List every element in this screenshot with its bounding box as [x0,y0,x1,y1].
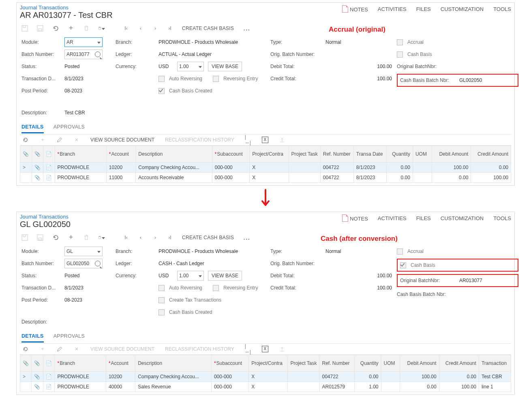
activities-link[interactable]: ACTIVITIES [378,6,407,12]
notes-link[interactable]: NOTES [342,214,368,222]
currency-rate-input[interactable]: 1.00 [177,271,204,281]
upload-icon[interactable] [279,346,285,352]
view-base-button[interactable]: VIEW BASE [208,271,242,281]
save-close-icon[interactable] [21,25,28,32]
more-actions-icon[interactable]: … [243,24,251,32]
col-subaccount[interactable]: Subaccount [212,146,250,163]
delete-icon[interactable] [83,234,90,241]
tools-link[interactable]: TOOLS [493,6,511,12]
create-cash-basis-button[interactable]: CREATE CASH BASIS [182,235,234,240]
col-notes[interactable]: 📄 [43,146,55,163]
col-projecttask[interactable]: Project Task [289,146,320,163]
grid-edit-icon[interactable] [56,137,63,143]
fit-columns-icon[interactable]: |↔| [245,137,251,143]
col-uom[interactable]: UOM [413,146,432,163]
grid-add-icon[interactable]: + [39,137,46,143]
tools-link[interactable]: TOOLS [493,215,511,221]
col-transdate[interactable]: Transa Date [353,146,386,163]
grid-refresh-icon[interactable] [22,137,29,143]
clipboard-icon[interactable] [98,234,105,241]
cashbasis-checkbox [400,262,406,268]
page-first-icon[interactable]: I‹ [123,234,129,241]
batch-input[interactable]: GL002050 [64,259,103,268]
col-files[interactable]: 📎 [20,146,32,163]
clipboard-icon[interactable] [98,25,105,32]
save-icon[interactable] [37,25,43,32]
tab-approvals[interactable]: APPROVALS [54,331,85,343]
add-icon[interactable]: + [68,234,74,241]
page-next-icon[interactable]: › [152,234,158,241]
tabs: DETAILS APPROVALS [20,122,511,133]
origbatch-label: Orig. Batch Number: [270,51,323,57]
upload-icon[interactable] [279,137,285,143]
more-actions-icon[interactable]: … [243,233,251,242]
grid-refresh-icon[interactable] [22,346,29,352]
col-clip[interactable]: 📎 [32,146,43,163]
page-last-icon[interactable]: ›I [167,234,173,241]
grid-toolbar: + ✕ VIEW SOURCE DOCUMENT RECLASSIFICATIO… [20,343,511,355]
batch-input[interactable]: AR013077 [64,49,103,59]
grid-edit-icon[interactable] [56,346,63,352]
files-link[interactable]: FILES [416,215,431,221]
fit-columns-icon[interactable]: |↔| [245,346,251,352]
col-branch[interactable]: Branch [55,146,106,163]
reclass-history-button[interactable]: RECLASSIFICATION HISTORY [165,137,234,143]
table-row[interactable]: 📎📄 PRODWHOLE40000Sales Revenue000-000 XA… [20,382,511,392]
col-refnumber[interactable]: Ref. Number [320,146,353,163]
notes-link[interactable]: NOTES [342,5,368,13]
table-row[interactable]: > 📎📄 PRODWHOLE10200Company Checking Acco… [20,372,511,382]
reclass-history-button[interactable]: RECLASSIFICATION HISTORY [165,346,234,352]
page-next-icon[interactable]: › [152,25,158,32]
cashbasisbatchnbr-highlight: Cash Basis Batch Nbr:GL002050 [397,74,518,87]
search-icon[interactable] [95,51,101,57]
delete-icon[interactable] [83,25,90,32]
view-base-button[interactable]: VIEW BASE [208,62,242,71]
undo-icon[interactable] [52,234,59,241]
tab-approvals[interactable]: APPROVALS [54,122,85,133]
module-select[interactable]: AR [64,37,103,47]
page-prev-icon[interactable]: ‹ [137,234,144,241]
tab-details[interactable]: DETAILS [21,331,44,343]
export-excel-icon[interactable]: X [262,346,268,352]
currency-rate-input[interactable]: 1.00 [177,62,204,71]
svg-rect-1 [37,26,43,31]
save-close-icon[interactable] [21,234,28,241]
notes-icon [342,214,348,222]
page-first-icon[interactable]: I‹ [123,25,129,32]
activities-link[interactable]: ACTIVITIES [378,215,407,221]
create-cash-basis-button[interactable]: CREATE CASH BASIS [182,26,234,31]
col-credit[interactable]: Credit Amount [471,146,511,163]
search-icon[interactable] [95,261,101,266]
export-excel-icon[interactable]: X [262,137,268,143]
accrual-checkbox [397,249,403,255]
currency-label: Currency: [116,64,156,69]
grid-delete-icon[interactable]: ✕ [73,137,80,143]
view-source-button[interactable]: VIEW SOURCE DOCUMENT [90,346,154,352]
svg-rect-5 [22,235,28,240]
grid-add-icon[interactable]: + [39,346,46,352]
customization-link[interactable]: CUSTOMIZATION [441,6,484,12]
autoreversing-checkbox [158,285,165,291]
col-description[interactable]: Description [136,146,212,163]
tab-details[interactable]: DETAILS [21,122,44,133]
view-source-button[interactable]: VIEW SOURCE DOCUMENT [90,137,154,143]
debittotal-value: 100.00 [364,64,392,69]
col-debit[interactable]: Debit Amount [432,146,471,163]
page-last-icon[interactable]: ›I [167,25,173,32]
col-account[interactable]: Account [106,146,136,163]
module-select[interactable]: GL [64,246,103,256]
page-prev-icon[interactable]: ‹ [137,25,144,32]
add-icon[interactable]: + [68,25,74,32]
col-quantity[interactable]: Quantity [386,146,413,163]
files-link[interactable]: FILES [416,6,431,12]
origbatchnbr-label: Original BatchNbr: [397,64,454,69]
table-row[interactable]: 📎📄 PRODWHOLE11000Accounts Receivable000-… [20,173,511,183]
grid-delete-icon[interactable]: ✕ [73,346,80,352]
main-toolbar: + I‹ ‹ › ›I CREATE CASH BASIS … [20,21,511,35]
col-projectcontract[interactable]: Project/Contra [250,146,289,163]
cashbasisbatchnbr-value[interactable]: GL002050 [459,77,482,83]
save-icon[interactable] [37,234,43,241]
undo-icon[interactable] [52,25,59,32]
customization-link[interactable]: CUSTOMIZATION [441,215,484,221]
table-row[interactable]: > 📎📄 PRODWHOLE10200Company Checking Acco… [20,163,511,173]
